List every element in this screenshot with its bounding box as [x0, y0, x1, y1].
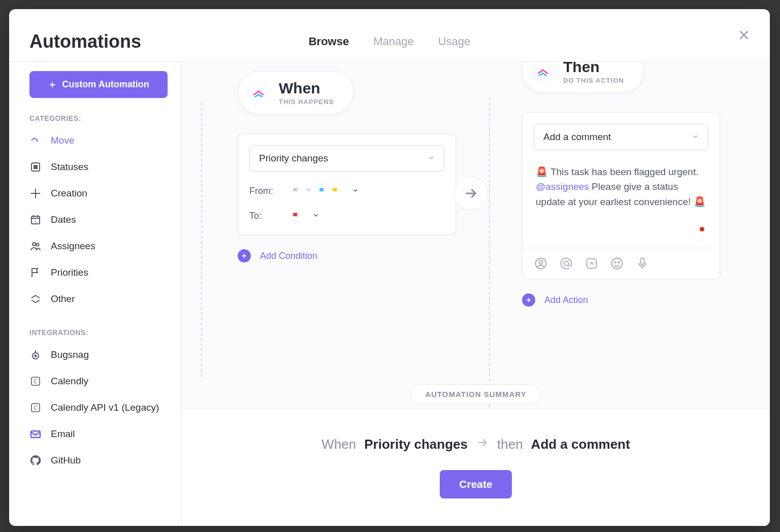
then-header: Then DO THIS ACTION [522, 62, 644, 93]
category-assignees[interactable]: Assignees [29, 233, 167, 259]
category-label: Assignees [51, 241, 95, 252]
integration-bugsnag[interactable]: Bugsnag [29, 342, 167, 368]
svg-text:1: 1 [35, 219, 37, 224]
integration-email[interactable]: Email [29, 421, 167, 447]
flag-blue-icon [317, 186, 328, 196]
svg-point-5 [37, 244, 39, 246]
when-card: Priority changes From: [238, 134, 456, 235]
calendly-legacy-icon: C [29, 402, 42, 414]
trigger-select-value: Priority changes [259, 153, 328, 164]
svg-rect-16 [587, 259, 597, 269]
add-action-label: Add Action [544, 295, 588, 306]
priorities-icon [29, 267, 42, 279]
integration-calendly-legacy[interactable]: C Calendly API v1 (Legacy) [29, 394, 167, 421]
then-subtitle: DO THIS ACTION [563, 77, 624, 84]
category-label: Dates [51, 214, 76, 225]
comment-textarea[interactable]: 🚨 This task has been flagged urgent. @as… [523, 161, 720, 248]
then-card: Add a comment 🚨 This task has been flagg… [522, 112, 720, 279]
category-priorities[interactable]: Priorities [29, 259, 167, 286]
summary-sentence: When Priority changes then Add a comment [321, 436, 630, 453]
email-icon [29, 428, 42, 440]
flag-grey-icon [291, 186, 301, 196]
from-label: From: [249, 186, 280, 196]
custom-automation-label: Custom Automation [62, 79, 149, 90]
custom-automation-button[interactable]: Custom Automation [29, 71, 168, 98]
assign-comment-icon[interactable] [534, 256, 548, 271]
action-select[interactable]: Add a comment [534, 124, 708, 150]
add-condition-label: Add Condition [260, 251, 317, 261]
summary-then-word: then [497, 437, 523, 452]
category-creation[interactable]: Creation [29, 180, 167, 207]
add-action-button[interactable]: Add Action [522, 293, 740, 307]
flag-lightgrey-icon [304, 186, 314, 196]
when-header: When THIS HAPPENS [238, 71, 353, 114]
tabs: Browse Manage Usage [309, 15, 471, 68]
move-icon [29, 135, 42, 147]
categories-heading: CATEGORIES: [29, 114, 167, 122]
recording-indicator-icon [700, 227, 704, 231]
category-label: Statuses [51, 161, 88, 173]
statuses-icon [29, 161, 42, 173]
modal-title: Automations [29, 31, 141, 52]
integration-label: Calendly [51, 376, 88, 387]
calendly-icon: C [29, 375, 42, 387]
category-label: Creation [51, 188, 87, 199]
to-row[interactable]: To: [249, 211, 444, 221]
microphone-icon[interactable] [635, 256, 649, 271]
flag-yellow-icon [331, 186, 341, 196]
clickup-logo-icon [247, 82, 270, 104]
close-icon[interactable] [736, 27, 752, 43]
github-icon [29, 454, 42, 467]
when-title: When [279, 80, 334, 97]
tab-browse[interactable]: Browse [309, 15, 349, 68]
flag-red-icon [291, 211, 301, 221]
category-other[interactable]: Other [29, 286, 167, 312]
other-icon [29, 293, 42, 305]
create-button[interactable]: Create [440, 470, 511, 498]
category-move[interactable]: Move [29, 127, 167, 154]
bugsnag-icon [29, 349, 42, 361]
trigger-select[interactable]: Priority changes [249, 145, 444, 172]
integrations-heading: INTEGRATIONS: [29, 328, 167, 337]
integration-label: Email [51, 428, 75, 440]
comment-text-leading: 🚨 This task has been flagged urgent. [536, 167, 698, 177]
integration-label: Bugsnag [51, 349, 89, 360]
svg-point-17 [612, 258, 623, 269]
to-flags [291, 211, 301, 221]
then-column: Then DO THIS ACTION Add a comment 🚨 This… [522, 62, 740, 392]
sidebar: Custom Automation CATEGORIES: Move Statu… [9, 62, 182, 526]
comment-mention: @assignees [536, 181, 589, 192]
svg-point-14 [539, 260, 543, 264]
category-label: Priorities [51, 267, 88, 278]
tab-usage[interactable]: Usage [438, 15, 471, 68]
from-row[interactable]: From: [249, 186, 444, 196]
svg-rect-20 [641, 258, 644, 265]
then-rail [489, 97, 490, 412]
svg-rect-12 [31, 431, 40, 438]
integration-calendly[interactable]: C Calendly [29, 368, 167, 394]
chevron-down-icon [312, 211, 319, 221]
when-column: When THIS HAPPENS Priority changes From: [238, 71, 456, 392]
chevron-down-icon [352, 186, 359, 196]
automation-summary-pill: AUTOMATION SUMMARY [410, 384, 541, 404]
add-condition-button[interactable]: Add Condition [238, 249, 456, 262]
summary-when-word: When [321, 437, 356, 452]
svg-point-18 [614, 262, 615, 263]
summary-then-value: Add a comment [531, 437, 630, 452]
assignees-icon [29, 240, 42, 252]
command-icon[interactable] [584, 256, 599, 271]
footer: When Priority changes then Add a comment… [182, 408, 770, 526]
chevron-down-icon [692, 131, 699, 143]
emoji-icon[interactable] [610, 256, 624, 271]
tab-manage[interactable]: Manage [373, 15, 414, 68]
integration-label: Calendly API v1 (Legacy) [51, 402, 159, 413]
integration-github[interactable]: GitHub [29, 447, 167, 474]
mention-icon[interactable] [559, 256, 573, 271]
modal-header: Automations Browse Manage Usage [9, 9, 770, 62]
category-dates[interactable]: 1 Dates [29, 207, 167, 233]
category-statuses[interactable]: Statuses [29, 154, 167, 180]
from-flags [291, 186, 341, 196]
to-label: To: [249, 211, 280, 221]
summary-when-value: Priority changes [364, 437, 468, 452]
when-rail [201, 103, 202, 377]
